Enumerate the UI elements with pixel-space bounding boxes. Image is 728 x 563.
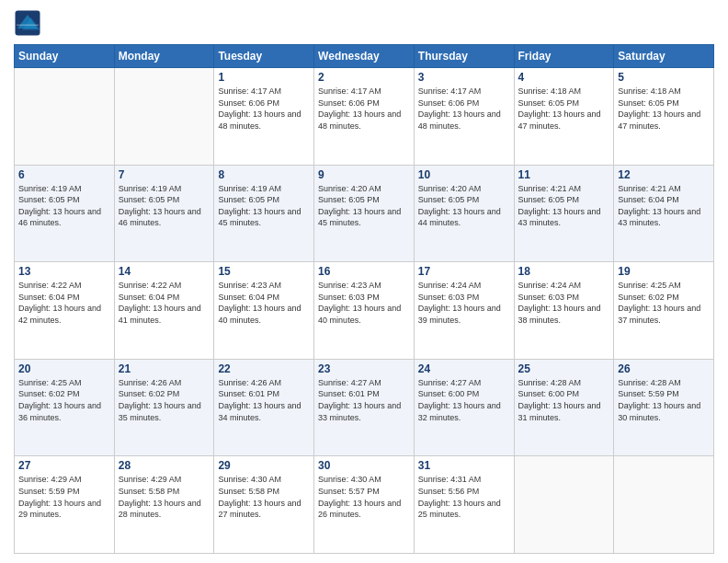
day-info: Sunrise: 4:23 AM Sunset: 6:04 PM Dayligh… <box>218 280 310 326</box>
day-info: Sunrise: 4:19 AM Sunset: 6:05 PM Dayligh… <box>119 183 210 229</box>
calendar-header-friday: Friday <box>514 45 614 68</box>
day-info: Sunrise: 4:26 AM Sunset: 6:02 PM Dayligh… <box>119 377 210 423</box>
day-number: 17 <box>418 265 510 278</box>
calendar-week-row: 13Sunrise: 4:22 AM Sunset: 6:04 PM Dayli… <box>15 262 714 360</box>
logo-icon <box>14 9 41 37</box>
day-info: Sunrise: 4:27 AM Sunset: 6:00 PM Dayligh… <box>418 377 510 423</box>
calendar-cell: 23Sunrise: 4:27 AM Sunset: 6:01 PM Dayli… <box>314 359 415 456</box>
day-number: 4 <box>518 71 610 84</box>
calendar-cell: 9Sunrise: 4:20 AM Sunset: 6:05 PM Daylig… <box>314 165 415 262</box>
calendar-cell <box>114 68 214 166</box>
day-number: 30 <box>318 459 410 472</box>
day-info: Sunrise: 4:26 AM Sunset: 6:01 PM Dayligh… <box>218 377 310 423</box>
calendar-cell <box>514 456 614 554</box>
day-info: Sunrise: 4:18 AM Sunset: 6:05 PM Dayligh… <box>518 86 610 132</box>
day-info: Sunrise: 4:17 AM Sunset: 6:06 PM Dayligh… <box>418 86 510 132</box>
day-number: 5 <box>618 71 710 84</box>
calendar-cell: 27Sunrise: 4:29 AM Sunset: 5:59 PM Dayli… <box>15 456 115 554</box>
day-info: Sunrise: 4:25 AM Sunset: 6:02 PM Dayligh… <box>618 280 710 326</box>
day-info: Sunrise: 4:28 AM Sunset: 6:00 PM Dayligh… <box>518 377 610 423</box>
day-info: Sunrise: 4:17 AM Sunset: 6:06 PM Dayligh… <box>218 86 310 132</box>
day-number: 21 <box>119 362 210 375</box>
calendar-header-wednesday: Wednesday <box>314 45 415 68</box>
day-number: 25 <box>518 362 610 375</box>
day-number: 9 <box>318 168 410 181</box>
svg-rect-3 <box>17 25 39 27</box>
day-number: 14 <box>119 265 210 278</box>
day-number: 27 <box>18 459 110 472</box>
calendar-cell: 1Sunrise: 4:17 AM Sunset: 6:06 PM Daylig… <box>214 68 314 166</box>
calendar-table: SundayMondayTuesdayWednesdayThursdayFrid… <box>14 44 714 554</box>
day-number: 6 <box>18 168 110 181</box>
calendar-header-saturday: Saturday <box>614 45 714 68</box>
day-info: Sunrise: 4:20 AM Sunset: 6:05 PM Dayligh… <box>418 183 510 229</box>
day-number: 19 <box>618 265 710 278</box>
calendar-cell: 28Sunrise: 4:29 AM Sunset: 5:58 PM Dayli… <box>114 456 214 554</box>
day-info: Sunrise: 4:17 AM Sunset: 6:06 PM Dayligh… <box>318 86 410 132</box>
day-number: 24 <box>418 362 510 375</box>
day-info: Sunrise: 4:30 AM Sunset: 5:58 PM Dayligh… <box>218 474 310 520</box>
day-number: 29 <box>218 459 310 472</box>
day-info: Sunrise: 4:24 AM Sunset: 6:03 PM Dayligh… <box>518 280 610 326</box>
calendar-header-thursday: Thursday <box>414 45 514 68</box>
day-info: Sunrise: 4:24 AM Sunset: 6:03 PM Dayligh… <box>418 280 510 326</box>
calendar-cell: 22Sunrise: 4:26 AM Sunset: 6:01 PM Dayli… <box>214 359 314 456</box>
calendar-cell: 7Sunrise: 4:19 AM Sunset: 6:05 PM Daylig… <box>114 165 214 262</box>
day-number: 13 <box>18 265 110 278</box>
calendar-cell: 17Sunrise: 4:24 AM Sunset: 6:03 PM Dayli… <box>414 262 514 360</box>
calendar-cell: 20Sunrise: 4:25 AM Sunset: 6:02 PM Dayli… <box>15 359 115 456</box>
calendar-cell: 3Sunrise: 4:17 AM Sunset: 6:06 PM Daylig… <box>414 68 514 166</box>
calendar-cell: 26Sunrise: 4:28 AM Sunset: 5:59 PM Dayli… <box>614 359 714 456</box>
day-info: Sunrise: 4:21 AM Sunset: 6:04 PM Dayligh… <box>618 183 710 229</box>
day-info: Sunrise: 4:27 AM Sunset: 6:01 PM Dayligh… <box>318 377 410 423</box>
day-number: 26 <box>618 362 710 375</box>
calendar-cell: 31Sunrise: 4:31 AM Sunset: 5:56 PM Dayli… <box>414 456 514 554</box>
day-info: Sunrise: 4:19 AM Sunset: 6:05 PM Dayligh… <box>218 183 310 229</box>
calendar-header-tuesday: Tuesday <box>214 45 314 68</box>
day-info: Sunrise: 4:20 AM Sunset: 6:05 PM Dayligh… <box>318 183 410 229</box>
calendar-cell: 16Sunrise: 4:23 AM Sunset: 6:03 PM Dayli… <box>314 262 415 360</box>
day-info: Sunrise: 4:21 AM Sunset: 6:05 PM Dayligh… <box>518 183 610 229</box>
day-number: 7 <box>119 168 210 181</box>
calendar-cell: 19Sunrise: 4:25 AM Sunset: 6:02 PM Dayli… <box>614 262 714 360</box>
calendar-cell: 12Sunrise: 4:21 AM Sunset: 6:04 PM Dayli… <box>614 165 714 262</box>
calendar-cell: 21Sunrise: 4:26 AM Sunset: 6:02 PM Dayli… <box>114 359 214 456</box>
day-number: 8 <box>218 168 310 181</box>
day-number: 15 <box>218 265 310 278</box>
page-header <box>14 9 714 37</box>
calendar-cell: 24Sunrise: 4:27 AM Sunset: 6:00 PM Dayli… <box>414 359 514 456</box>
day-number: 22 <box>218 362 310 375</box>
calendar-cell: 4Sunrise: 4:18 AM Sunset: 6:05 PM Daylig… <box>514 68 614 166</box>
day-number: 11 <box>518 168 610 181</box>
day-number: 20 <box>18 362 110 375</box>
day-number: 28 <box>119 459 210 472</box>
day-info: Sunrise: 4:29 AM Sunset: 5:58 PM Dayligh… <box>119 474 210 520</box>
calendar-cell <box>15 68 115 166</box>
calendar-cell: 18Sunrise: 4:24 AM Sunset: 6:03 PM Dayli… <box>514 262 614 360</box>
day-info: Sunrise: 4:22 AM Sunset: 6:04 PM Dayligh… <box>18 280 110 326</box>
day-number: 2 <box>318 71 410 84</box>
calendar-week-row: 6Sunrise: 4:19 AM Sunset: 6:05 PM Daylig… <box>15 165 714 262</box>
calendar-header-row: SundayMondayTuesdayWednesdayThursdayFrid… <box>15 45 714 68</box>
day-info: Sunrise: 4:28 AM Sunset: 5:59 PM Dayligh… <box>618 377 710 423</box>
day-info: Sunrise: 4:31 AM Sunset: 5:56 PM Dayligh… <box>418 474 510 520</box>
day-info: Sunrise: 4:18 AM Sunset: 6:05 PM Dayligh… <box>618 86 710 132</box>
day-number: 18 <box>518 265 610 278</box>
calendar-week-row: 1Sunrise: 4:17 AM Sunset: 6:06 PM Daylig… <box>15 68 714 166</box>
day-info: Sunrise: 4:25 AM Sunset: 6:02 PM Dayligh… <box>18 377 110 423</box>
calendar-week-row: 20Sunrise: 4:25 AM Sunset: 6:02 PM Dayli… <box>15 359 714 456</box>
day-info: Sunrise: 4:22 AM Sunset: 6:04 PM Dayligh… <box>119 280 210 326</box>
calendar-cell: 5Sunrise: 4:18 AM Sunset: 6:05 PM Daylig… <box>614 68 714 166</box>
calendar-cell: 2Sunrise: 4:17 AM Sunset: 6:06 PM Daylig… <box>314 68 415 166</box>
calendar-header-monday: Monday <box>114 45 214 68</box>
calendar-week-row: 27Sunrise: 4:29 AM Sunset: 5:59 PM Dayli… <box>15 456 714 554</box>
calendar-cell: 15Sunrise: 4:23 AM Sunset: 6:04 PM Dayli… <box>214 262 314 360</box>
calendar-cell: 8Sunrise: 4:19 AM Sunset: 6:05 PM Daylig… <box>214 165 314 262</box>
calendar-cell: 25Sunrise: 4:28 AM Sunset: 6:00 PM Dayli… <box>514 359 614 456</box>
calendar-cell: 10Sunrise: 4:20 AM Sunset: 6:05 PM Dayli… <box>414 165 514 262</box>
calendar-cell <box>614 456 714 554</box>
day-number: 10 <box>418 168 510 181</box>
calendar-cell: 29Sunrise: 4:30 AM Sunset: 5:58 PM Dayli… <box>214 456 314 554</box>
calendar-header-sunday: Sunday <box>15 45 115 68</box>
day-number: 1 <box>218 71 310 84</box>
